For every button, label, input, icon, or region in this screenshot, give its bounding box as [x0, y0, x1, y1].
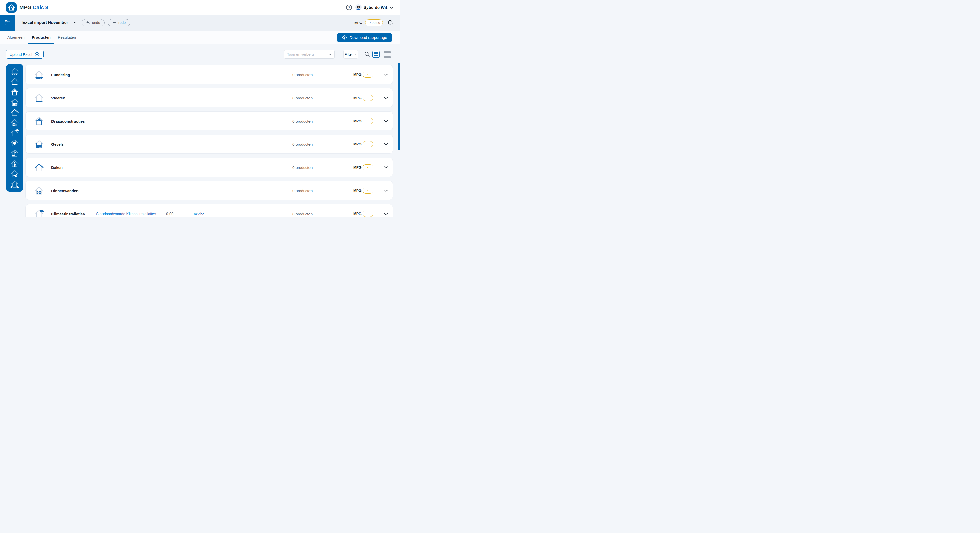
category-row-daken[interactable]: Daken 0 producten MPG - [25, 158, 393, 177]
tab-producten[interactable]: Producten [28, 30, 54, 44]
avatar [355, 4, 361, 10]
tab-resultaten[interactable]: Resultaten [54, 30, 80, 44]
category-row-draagconstructies[interactable]: Draagconstructies 0 producten MPG - [25, 111, 393, 130]
row-mpg-label: MPG [353, 165, 361, 170]
mpg-calc-app: { "brand": { "name_primary": "MPG", "nam… [0, 0, 400, 217]
sidebar-item-house-foundation[interactable] [10, 67, 19, 76]
house-facade-icon [10, 98, 19, 107]
mpg-score-label: MPG [354, 21, 362, 25]
category-row-binnenwanden[interactable]: Binnenwanden 0 producten MPG - [25, 181, 393, 200]
upload-excel-label: Upload Excel [10, 52, 32, 57]
app-title: MPGCalc 3 [19, 4, 48, 10]
undo-label: undo [92, 21, 100, 25]
row-mpg-badge: - [363, 95, 373, 101]
category-title: Klimaatinstallaties [51, 211, 85, 216]
app-logo[interactable] [6, 2, 17, 13]
product-count: 0 producten [293, 119, 313, 123]
app-title-primary: MPG [19, 4, 31, 10]
house-sink-icon [10, 170, 19, 178]
upload-excel-button[interactable]: Upload Excel [6, 50, 44, 59]
house-facade-icon [34, 140, 44, 149]
sidebar-item-house-plug[interactable] [10, 139, 19, 148]
sidebar-item-house-roof[interactable] [10, 108, 19, 117]
sidebar-item-house-frame[interactable] [10, 87, 19, 96]
category-title: Vloeren [51, 95, 65, 100]
project-name[interactable]: Excel import November [22, 21, 68, 25]
row-expand-chevron-icon[interactable] [384, 119, 388, 123]
dropdown-caret-icon [329, 54, 331, 55]
search-icon [364, 51, 370, 57]
house-foundation-icon [34, 70, 44, 80]
project-folder-button[interactable] [0, 15, 15, 30]
filter-chevron-icon [354, 53, 357, 55]
row-expand-chevron-icon[interactable] [384, 142, 388, 146]
standard-value-link[interactable]: Standaardwaarde Klimaatinstallaties [96, 212, 156, 216]
show-hide-placeholder: Toon en verberg [287, 52, 314, 56]
row-expand-chevron-icon[interactable] [384, 95, 388, 100]
amount-value[interactable]: 0,00 [166, 212, 173, 216]
download-report-button[interactable]: Download rapportage [337, 33, 391, 42]
row-mpg-label: MPG [353, 189, 361, 193]
undo-button[interactable]: undo [81, 19, 105, 27]
sidebar-item-house-person[interactable] [10, 159, 19, 168]
sidebar-item-house-ground[interactable] [10, 179, 19, 189]
house-innerwalls-icon [10, 118, 19, 127]
app-header: MPGCalc 3 ? Sybe de Wit [0, 0, 400, 15]
tab-bar: AlgemeenProductenResultaten Download rap… [0, 30, 400, 44]
view-detailed-toggle[interactable] [372, 51, 380, 58]
row-expand-chevron-icon[interactable] [384, 188, 388, 193]
unit-link[interactable]: m2gbo [194, 211, 204, 216]
row-mpg-label: MPG [353, 142, 361, 146]
house-floor-icon [34, 93, 44, 103]
download-report-label: Download rapportage [350, 35, 387, 40]
user-menu[interactable]: Sybe de Wit [355, 4, 394, 10]
help-icon[interactable]: ? [346, 5, 352, 10]
row-mpg-label: MPG [353, 119, 361, 123]
category-title: Gevels [51, 142, 64, 146]
sidebar-item-house-innerwalls[interactable] [10, 118, 19, 127]
product-count: 0 producten [293, 95, 313, 100]
redo-icon [112, 21, 116, 24]
filter-button[interactable]: Filter [344, 50, 358, 59]
category-row-vloeren[interactable]: Vloeren 0 producten MPG - [25, 88, 393, 107]
house-frame-icon [34, 116, 44, 126]
category-title: Daken [51, 165, 63, 170]
scrollbar-thumb[interactable] [398, 63, 400, 150]
house-roof-icon [34, 163, 44, 173]
sidebar-item-house-floor[interactable] [10, 77, 19, 86]
row-expand-chevron-icon[interactable] [384, 72, 388, 77]
redo-button[interactable]: redo [108, 19, 130, 27]
sidebar-item-house-pipe[interactable] [10, 149, 19, 158]
category-list: Fundering 0 producten MPG - Vloeren 0 pr… [25, 65, 393, 217]
filter-label: Filter [344, 52, 353, 56]
product-count: 0 producten [293, 188, 313, 193]
sidebar-item-house-sink[interactable] [10, 170, 19, 178]
row-mpg-label: MPG [353, 96, 361, 100]
mpg-house-logo-icon [7, 3, 16, 12]
category-title: Fundering [51, 72, 70, 77]
sidebar-item-house-climate[interactable] [10, 128, 19, 137]
house-roof-icon [10, 108, 19, 117]
house-ground-icon [10, 179, 19, 189]
category-row-gevels[interactable]: Gevels 0 producten MPG - [25, 135, 393, 154]
row-expand-chevron-icon[interactable] [384, 165, 388, 170]
row-mpg-badge: - [363, 164, 373, 170]
sidebar-item-house-facade[interactable] [10, 98, 19, 107]
house-foundation-icon [10, 67, 19, 76]
project-bar: Excel import November undo redo MPG - / … [0, 15, 400, 30]
house-climate-icon [34, 209, 44, 217]
house-person-icon [10, 159, 19, 168]
category-row-klimaatinstallaties[interactable]: Klimaatinstallaties Standaardwaarde Klim… [25, 204, 393, 217]
chevron-down-icon [389, 6, 394, 9]
view-compact-toggle[interactable] [384, 51, 391, 58]
bell-icon[interactable] [387, 20, 393, 26]
project-caret-icon[interactable] [73, 22, 76, 24]
product-count: 0 producten [293, 165, 313, 170]
show-hide-dropdown[interactable]: Toon en verberg [284, 50, 335, 59]
category-row-fundering[interactable]: Fundering 0 producten MPG - [25, 65, 393, 84]
search-button[interactable] [364, 51, 370, 57]
category-title: Draagconstructies [51, 119, 85, 123]
tab-algemeen[interactable]: Algemeen [4, 30, 28, 44]
row-expand-chevron-icon[interactable] [384, 211, 388, 216]
category-sidebar [6, 64, 24, 192]
